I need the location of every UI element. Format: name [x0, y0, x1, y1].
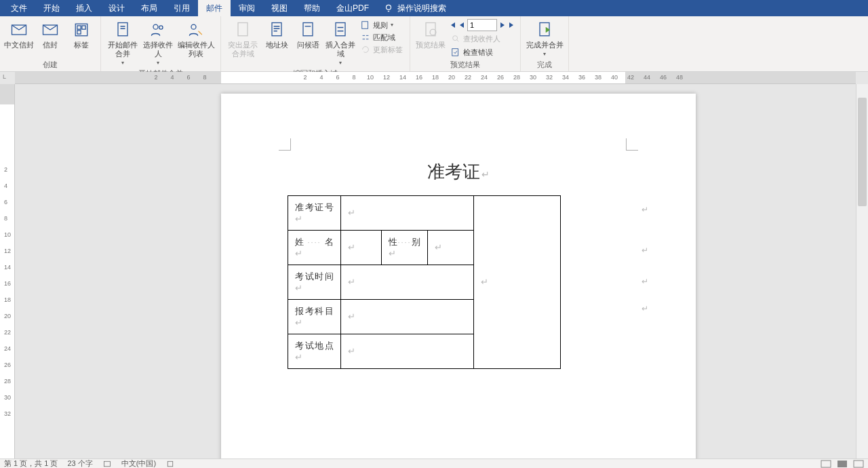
check-icon — [451, 47, 460, 57]
envelope-icon — [41, 20, 60, 39]
svg-rect-6 — [77, 31, 81, 34]
select-recipients-button[interactable]: 选择收件人 ▾ — [142, 18, 174, 69]
cell-value: ↵ — [341, 265, 474, 300]
svg-rect-24 — [837, 461, 847, 467]
svg-point-0 — [387, 5, 391, 9]
address-icon — [267, 20, 286, 39]
envelope-icon — [9, 20, 28, 39]
svg-point-18 — [453, 36, 458, 41]
web-layout-icon[interactable] — [853, 460, 864, 468]
update-icon — [361, 45, 370, 54]
tab-insert[interactable]: 插入 — [68, 0, 100, 16]
labels-button[interactable]: 标签 — [66, 18, 96, 51]
insert-merge-field-button[interactable]: 插入合并域 ▾ — [324, 18, 357, 69]
field-icon — [331, 20, 350, 39]
macro-icon[interactable] — [165, 460, 175, 468]
prev-record-icon[interactable] — [458, 21, 466, 29]
preview-results-button: 预览结果 — [414, 18, 447, 51]
tab-mailings[interactable]: 邮件 — [198, 0, 231, 16]
record-navigation[interactable] — [448, 19, 516, 31]
group-create: 中文信封 信封 标签 创建 — [0, 16, 101, 71]
cell-label: 报考科目↵ — [288, 300, 341, 334]
svg-rect-21 — [104, 461, 110, 467]
menu-tabs: 文件 开始 插入 设计 布局 引用 邮件 审阅 视图 帮助 金山PDF 操作说明… — [0, 0, 868, 16]
envelope-button[interactable]: 信封 — [35, 18, 65, 51]
cell-photo: ↵ — [474, 196, 561, 369]
cell-value: ↵ — [341, 334, 474, 369]
rules-button[interactable]: 规则 ▾ — [358, 19, 406, 31]
page[interactable]: 准考证↵ 准考证号↵ ↵ ↵ 姓····名↵ ↵ 性····别↵ ↵ 考试时间↵… — [221, 94, 696, 468]
match-fields-button[interactable]: 匹配域 — [358, 31, 406, 43]
margin-mark — [279, 138, 291, 151]
cell-value: ↵ — [428, 231, 474, 265]
rules-icon — [361, 20, 370, 30]
svg-point-9 — [159, 26, 163, 29]
svg-rect-12 — [272, 23, 281, 36]
form-table[interactable]: 准考证号↵ ↵ ↵ 姓····名↵ ↵ 性····别↵ ↵ 考试时间↵ ↵ 报考… — [288, 195, 561, 369]
tab-references[interactable]: 引用 — [165, 0, 198, 16]
read-mode-icon[interactable] — [821, 460, 831, 468]
check-errors-button[interactable]: 检查错误 — [448, 46, 516, 58]
highlight-icon — [233, 20, 252, 39]
status-language[interactable]: 中文(中国) — [121, 459, 156, 468]
document-area: L 86422468101214161820222426283032343638… — [0, 72, 868, 459]
record-number-input[interactable] — [467, 19, 497, 31]
cell-label: 姓····名↵ — [288, 231, 341, 265]
status-page[interactable]: 第 1 页，共 1 页 — [4, 459, 58, 468]
match-icon — [361, 33, 370, 42]
address-block-button[interactable]: 地址块 — [262, 18, 292, 51]
tell-me-search[interactable]: 操作说明搜索 — [384, 3, 446, 14]
tab-help[interactable]: 帮助 — [296, 0, 328, 16]
people-edit-icon — [186, 20, 205, 39]
horizontal-ruler[interactable]: 8642246810121416182022242628303234363840… — [15, 72, 856, 84]
document-icon — [113, 20, 132, 39]
start-mail-merge-button[interactable]: 开始邮件合并 ▾ — [105, 18, 140, 69]
greeting-icon — [298, 20, 317, 39]
tab-design[interactable]: 设计 — [100, 0, 133, 16]
preview-icon — [421, 20, 440, 39]
status-words[interactable]: 23 个字 — [67, 459, 92, 468]
cell-value: ↵ — [341, 196, 474, 231]
vertical-ruler[interactable]: 2468101214161820222426283032 — [0, 84, 15, 459]
doc-title[interactable]: 准考证↵ — [221, 160, 696, 184]
ribbon: 中文信封 信封 标签 创建 开始邮件合并 ▾ 选择收件人 ▾ — [0, 16, 868, 72]
group-label: 预览结果 — [414, 60, 516, 71]
ruler-corner: L — [3, 73, 6, 80]
chinese-envelope-button[interactable]: 中文信封 — [4, 18, 34, 51]
svg-rect-11 — [238, 23, 248, 36]
svg-rect-14 — [336, 23, 345, 36]
margin-mark — [626, 138, 638, 151]
tab-layout[interactable]: 布局 — [133, 0, 165, 16]
tab-view[interactable]: 视图 — [263, 0, 296, 16]
cell-label: 准考证号↵ — [288, 196, 341, 231]
vertical-scrollbar[interactable] — [856, 84, 868, 459]
tab-wpspdf[interactable]: 金山PDF — [328, 0, 377, 16]
tab-home[interactable]: 开始 — [35, 0, 68, 16]
greeting-line-button[interactable]: 问候语 — [293, 18, 323, 51]
print-layout-icon[interactable] — [837, 460, 848, 468]
tab-review[interactable]: 审阅 — [231, 0, 263, 16]
svg-rect-4 — [77, 26, 81, 29]
svg-rect-13 — [303, 23, 313, 36]
first-record-icon[interactable] — [448, 21, 456, 29]
cell-value: ↵ — [341, 231, 382, 265]
svg-rect-23 — [821, 461, 831, 467]
tab-file[interactable]: 文件 — [3, 0, 35, 16]
label-icon — [72, 20, 91, 39]
svg-rect-22 — [167, 461, 173, 467]
svg-rect-5 — [82, 26, 85, 29]
people-icon — [149, 20, 167, 39]
cell-label: 性····别↵ — [382, 231, 428, 265]
edit-recipient-list-button[interactable]: 编辑收件人列表 — [176, 18, 216, 60]
group-label: 创建 — [4, 60, 96, 71]
finish-merge-button[interactable]: 完成并合并 ▾ — [525, 18, 564, 60]
status-bar: 第 1 页，共 1 页 23 个字 中文(中国) — [0, 459, 868, 468]
group-finish: 完成并合并 ▾ 完成 — [521, 16, 569, 71]
svg-point-8 — [153, 24, 158, 29]
finish-icon — [535, 20, 554, 39]
spellcheck-icon[interactable] — [102, 460, 112, 468]
group-write-fields: 突出显示合并域 地址块 问候语 插入合并域 ▾ 规则 ▾ 匹配域 更新标签 编写… — [221, 16, 410, 71]
svg-rect-19 — [452, 49, 458, 56]
next-record-icon[interactable] — [498, 21, 507, 29]
last-record-icon[interactable] — [508, 21, 516, 29]
